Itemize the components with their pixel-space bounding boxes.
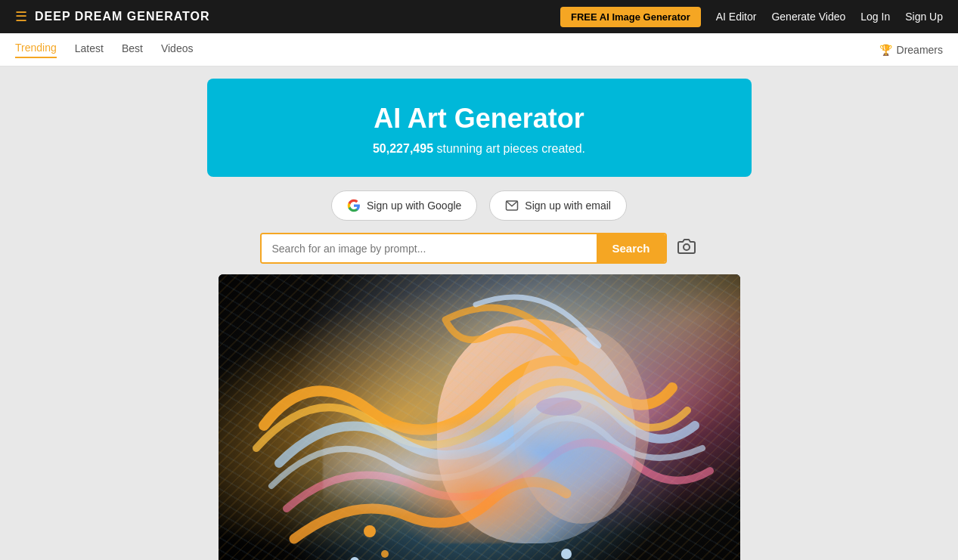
hero-count: 50,227,495 (373, 142, 433, 155)
sub-navigation: Trending Latest Best Videos 🏆 Dreamers (0, 33, 958, 67)
google-icon (347, 199, 361, 212)
generate-video-link[interactable]: Generate Video (771, 11, 845, 23)
tab-latest[interactable]: Latest (75, 42, 104, 57)
camera-icon (677, 237, 696, 255)
tab-best[interactable]: Best (122, 42, 143, 57)
hero-subtitle: 50,227,495 stunning art pieces created. (222, 142, 736, 156)
search-bar: Search (260, 233, 667, 264)
hero-banner: AI Art Generator 50,227,495 stunning art… (207, 79, 752, 177)
signup-email-label: Sign up with email (525, 200, 611, 212)
signup-email-button[interactable]: Sign up with email (489, 190, 627, 221)
top-nav-left: ☰ DEEP DREAM GENERATOR (15, 8, 210, 25)
main-artwork-container (219, 274, 740, 560)
free-ai-button[interactable]: FREE AI Image Generator (560, 7, 701, 27)
dreamers-label[interactable]: Dreamers (897, 44, 943, 56)
search-row: Search (260, 233, 699, 264)
search-button[interactable]: Search (597, 234, 665, 262)
sign-up-link[interactable]: Sign Up (905, 11, 943, 23)
brand-name[interactable]: DEEP DREAM GENERATOR (35, 10, 210, 23)
svg-point-7 (513, 327, 650, 524)
signup-google-button[interactable]: Sign up with Google (331, 190, 477, 221)
svg-point-4 (350, 557, 359, 560)
hero-title: AI Art Generator (222, 103, 736, 135)
svg-point-2 (364, 525, 376, 537)
svg-point-5 (561, 549, 572, 559)
search-input[interactable] (262, 234, 597, 262)
dreamers-section: 🏆 Dreamers (879, 44, 943, 56)
sub-nav-tabs: Trending Latest Best Videos (15, 42, 193, 58)
hero-subtitle-text: stunning art pieces created. (433, 142, 585, 155)
trophy-icon: 🏆 (879, 44, 892, 56)
signup-row: Sign up with Google Sign up with email (0, 190, 958, 221)
artwork-svg-swirls (219, 274, 740, 560)
ai-editor-link[interactable]: AI Editor (716, 11, 757, 23)
svg-point-3 (381, 550, 389, 558)
tab-videos[interactable]: Videos (161, 42, 194, 57)
tab-trending[interactable]: Trending (15, 42, 57, 58)
top-nav-right: FREE AI Image Generator AI Editor Genera… (560, 7, 943, 27)
svg-point-1 (684, 244, 690, 250)
camera-search-button[interactable] (674, 234, 699, 262)
svg-point-8 (536, 398, 581, 416)
top-navigation: ☰ DEEP DREAM GENERATOR FREE AI Image Gen… (0, 0, 958, 33)
main-artwork (219, 274, 740, 560)
signup-google-label: Sign up with Google (367, 200, 461, 212)
hamburger-icon[interactable]: ☰ (15, 8, 27, 25)
email-icon (505, 199, 519, 212)
log-in-link[interactable]: Log In (860, 11, 890, 23)
